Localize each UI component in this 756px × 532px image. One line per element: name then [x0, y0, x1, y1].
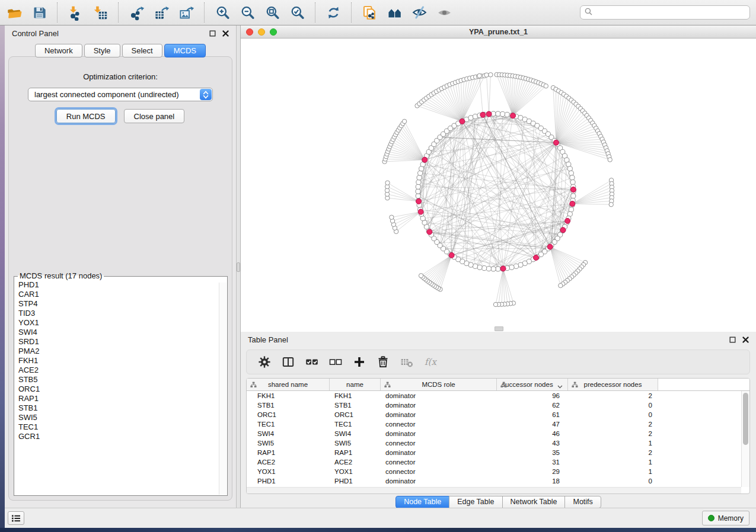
tab-select[interactable]: Select — [122, 44, 162, 57]
network-window-titlebar: YPA_prune.txt_1 — [241, 25, 756, 39]
table-row[interactable]: SWI5SWI5connector431 — [247, 438, 741, 448]
maximize-window-button[interactable] — [270, 28, 277, 36]
tab-node-table[interactable]: Node Table — [395, 496, 449, 508]
column-header-MCDS-role[interactable]: MCDS role — [381, 379, 497, 390]
table-row[interactable]: TEC1TEC1connector472 — [247, 419, 741, 429]
show-graphics-details-icon[interactable] — [436, 4, 452, 21]
export-image-icon[interactable] — [178, 4, 194, 21]
mcds-result-item[interactable]: PMA2 — [18, 347, 227, 356]
close-panel-button[interactable]: Close panel — [124, 109, 185, 123]
export-network-icon[interactable] — [128, 4, 145, 21]
tab-edge-table[interactable]: Edge Table — [449, 496, 502, 508]
mcds-result-item[interactable]: PHD1 — [18, 280, 227, 290]
cell-predecessor-nodes: 0 — [568, 402, 658, 409]
column-label: name — [346, 381, 363, 388]
column-header-predecessor-nodes[interactable]: predecessor nodes — [568, 379, 658, 390]
table-row[interactable]: RAP1RAP1dominator352 — [247, 448, 741, 457]
mcds-result-title: MCDS result (17 nodes) — [18, 271, 104, 280]
mcds-result-item[interactable]: SRD1 — [18, 337, 227, 347]
toggle-split-view-icon[interactable] — [281, 355, 295, 369]
delete-column-icon[interactable] — [376, 355, 390, 369]
hide-graphics-details-icon[interactable] — [411, 4, 428, 21]
horizontal-splitter-handle[interactable] — [495, 326, 503, 331]
add-column-icon[interactable] — [352, 355, 366, 369]
tab-network-table[interactable]: Network Table — [502, 496, 566, 508]
table-row[interactable]: ACE2ACE2connector311 — [247, 457, 741, 467]
column-header-name[interactable]: name — [330, 379, 381, 390]
column-header-shared-name[interactable]: shared name — [247, 379, 330, 390]
cell-predecessor-nodes: 2 — [568, 430, 658, 437]
mcds-result-item[interactable]: STB5 — [18, 375, 227, 384]
save-session-icon[interactable] — [31, 4, 47, 21]
cell-name: ORC1 — [330, 411, 381, 418]
optimization-criterion-select[interactable]: largest connected component (undirected) — [28, 88, 213, 101]
panel-splitter[interactable] — [236, 25, 241, 508]
cell-MCDS-role: dominator — [381, 402, 497, 409]
column-label: shared name — [268, 381, 308, 388]
zoom-out-icon[interactable] — [239, 4, 256, 21]
deselect-all-rows-icon[interactable] — [328, 355, 342, 369]
refresh-network-icon[interactable] — [325, 4, 342, 21]
import-table-icon[interactable] — [92, 4, 109, 21]
table-row[interactable]: ORC1ORC1dominator610 — [247, 410, 741, 419]
desktop-wallpaper-left — [0, 25, 5, 528]
mcds-result-item[interactable]: ACE2 — [18, 366, 227, 375]
svg-text:f(x): f(x) — [425, 357, 437, 367]
cell-name: YOX1 — [330, 468, 381, 475]
mcds-result-item[interactable]: SWI5 — [18, 413, 227, 422]
table-settings-icon[interactable] — [257, 355, 271, 369]
close-window-button[interactable] — [246, 28, 253, 36]
search-input[interactable] — [595, 8, 745, 17]
network-canvas[interactable] — [241, 39, 756, 331]
mcds-result-item[interactable]: STB1 — [18, 403, 227, 413]
memory-button[interactable]: Memory — [702, 511, 749, 525]
zoom-in-icon[interactable] — [214, 4, 231, 21]
table-row[interactable]: YOX1YOX1connector291 — [247, 467, 741, 476]
zoom-selected-icon[interactable] — [289, 4, 305, 21]
mcds-scrollbar-track[interactable] — [219, 283, 227, 495]
cell-successor-nodes: 46 — [497, 430, 568, 437]
tab-network[interactable]: Network — [35, 44, 82, 57]
splitter-handle[interactable] — [237, 262, 240, 272]
table-row[interactable]: SWI4SWI4dominator462 — [247, 429, 741, 438]
task-history-button[interactable] — [8, 511, 24, 525]
float-panel-icon[interactable] — [209, 30, 216, 37]
tab-style[interactable]: Style — [84, 44, 120, 57]
zoom-fit-icon[interactable] — [264, 4, 280, 21]
tab-mcds[interactable]: MCDS — [164, 44, 206, 57]
close-table-panel-icon[interactable] — [742, 336, 749, 343]
float-table-panel-icon[interactable] — [729, 336, 736, 343]
mcds-result-item[interactable]: ORC1 — [18, 384, 227, 394]
table-column-icon — [572, 382, 578, 388]
run-mcds-button[interactable]: Run MCDS — [56, 109, 116, 123]
mcds-result-item[interactable]: CAR1 — [18, 290, 227, 299]
column-header-successor-nodes[interactable]: successor nodes — [497, 379, 568, 390]
close-panel-icon[interactable] — [222, 30, 229, 37]
mcds-result-item[interactable]: RAP1 — [18, 394, 227, 403]
export-table-icon[interactable] — [153, 4, 170, 21]
table-horizontal-scrollbar[interactable] — [247, 487, 741, 493]
mcds-result-item[interactable]: FKH1 — [18, 356, 227, 366]
mcds-result-item[interactable]: GCR1 — [18, 432, 227, 441]
birdseye-view-icon[interactable] — [386, 4, 403, 21]
mcds-result-item[interactable]: TEC1 — [18, 422, 227, 432]
table-vertical-scrollbar[interactable] — [741, 391, 749, 487]
mcds-result-item[interactable]: YOX1 — [18, 318, 227, 328]
mcds-result-item[interactable]: SWI4 — [18, 328, 227, 337]
tab-motifs[interactable]: Motifs — [564, 496, 601, 508]
cell-MCDS-role: dominator — [381, 449, 497, 456]
cell-shared-name: RAP1 — [247, 449, 330, 456]
table-row[interactable]: STB1STB1dominator620 — [247, 400, 741, 410]
import-network-icon[interactable] — [67, 4, 84, 21]
cell-predecessor-nodes: 2 — [568, 392, 658, 399]
table-row[interactable]: FKH1FKH1dominator962 — [247, 391, 741, 400]
minimize-window-button[interactable] — [258, 28, 265, 36]
select-all-rows-icon[interactable] — [305, 355, 318, 369]
mcds-result-item[interactable]: STP4 — [18, 299, 227, 309]
table-scrollbar-thumb[interactable] — [743, 393, 748, 445]
cell-predecessor-nodes: 1 — [568, 468, 658, 475]
mcds-result-item[interactable]: TID3 — [18, 309, 227, 318]
network-document-icon[interactable] — [361, 4, 378, 21]
open-file-icon[interactable] — [6, 4, 23, 21]
table-row[interactable]: PHD1PHD1dominator180 — [247, 476, 741, 486]
